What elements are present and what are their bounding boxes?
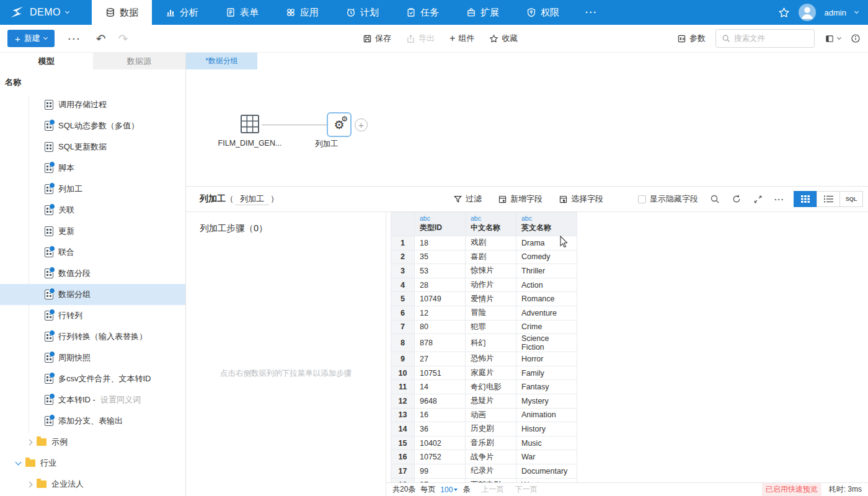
model-icon <box>45 142 53 152</box>
sidebar-model-item[interactable]: 联合 <box>0 242 185 263</box>
toolbar-more-button[interactable]: ··· <box>68 33 81 44</box>
form-icon <box>226 7 236 17</box>
search-fields-button[interactable] <box>710 194 720 204</box>
params-button[interactable]: 参数 <box>677 33 706 44</box>
refresh-button[interactable] <box>732 194 742 204</box>
component-button[interactable]: + 组件 <box>450 33 474 44</box>
file-search-box[interactable] <box>715 29 815 48</box>
table-cell: Animation <box>516 408 577 422</box>
node-name-editable[interactable]: 列加工 <box>235 193 269 205</box>
table-row: 927恐怖片Horror <box>391 352 577 366</box>
database-icon <box>105 7 115 17</box>
sidebar-model-item[interactable]: SQL更新数据 <box>0 136 185 157</box>
panel-more-button[interactable]: ··· <box>774 195 784 204</box>
table-cell: Horror <box>516 352 577 366</box>
tree-item-label: 数值分段 <box>58 268 91 279</box>
search-input[interactable] <box>734 34 802 43</box>
per-page-select[interactable]: 100 <box>440 485 458 494</box>
nav-tab-analysis[interactable]: 分析 <box>152 0 212 25</box>
chevron-down-icon[interactable] <box>854 9 859 14</box>
model-icon-with-badge <box>45 184 53 194</box>
nav-tab-form[interactable]: 表单 <box>212 0 272 25</box>
nav-more-button[interactable]: ··· <box>573 0 610 25</box>
table-view-button[interactable] <box>794 191 817 207</box>
sql-view-button[interactable]: SQL <box>839 191 863 207</box>
chevron-right-icon[interactable] <box>27 481 33 487</box>
nav-tab-schedule[interactable]: 计划 <box>332 0 392 25</box>
sidebar-model-item[interactable]: 文本转ID -设置同义词 <box>0 389 185 410</box>
info-button[interactable] <box>851 33 861 43</box>
model-icon-with-badge <box>45 353 53 363</box>
nav-tab-data[interactable]: 数据 <box>92 0 152 25</box>
nav-tab-extension[interactable]: 扩展 <box>453 0 513 25</box>
table-cell: 喜剧 <box>466 250 516 264</box>
column-header[interactable]: abc 中文名称 <box>466 213 516 236</box>
sidebar-model-item[interactable]: 周期快照 <box>0 347 185 368</box>
nav-tab-apps[interactable]: 应用 <box>272 0 332 25</box>
sidebar-folder-item[interactable]: 企业法人 <box>0 474 185 495</box>
paren-open: （ <box>226 193 234 205</box>
select-field-button[interactable]: 选择字段 <box>559 193 603 205</box>
favorite-button[interactable]: 收藏 <box>489 33 518 44</box>
sidebar-model-item[interactable]: 脚本 <box>0 157 185 179</box>
favorite-star-icon[interactable] <box>778 7 790 19</box>
checkbox-unchecked[interactable] <box>638 195 646 203</box>
show-hidden-fields-toggle[interactable]: 显示隐藏字段 <box>638 193 698 205</box>
tree-item-label: 示例 <box>51 436 68 448</box>
sidebar-model-item[interactable]: 调用存储过程 <box>0 94 185 115</box>
table-cell: Family <box>516 366 577 380</box>
model-icon-with-badge <box>45 247 53 257</box>
column-header[interactable]: abc 类型ID <box>415 213 466 236</box>
sidebar-model-item[interactable]: 添加分支、表输出 <box>0 410 185 432</box>
new-button[interactable]: + 新建 <box>7 30 55 47</box>
expand-button[interactable] <box>753 195 763 204</box>
etl-flow-canvas[interactable]: FILM_DIM_GEN... ⚙ ⚙ 列加工 + <box>186 69 868 186</box>
table-cell: 冒险 <box>466 306 516 320</box>
tree-item-label: 数据分组 <box>58 289 91 300</box>
apps-icon <box>286 7 296 17</box>
sidebar-model-item[interactable]: 行列转换（输入表替换） <box>0 326 185 347</box>
sidebar-tab-model[interactable]: 模型 <box>0 53 93 69</box>
filter-button[interactable]: 过滤 <box>453 193 482 205</box>
sidebar-folder-item[interactable]: 行业 <box>0 453 185 474</box>
chevron-right-icon[interactable] <box>27 439 33 445</box>
sidebar-model-item[interactable]: 多csv文件合并、文本转ID <box>0 368 185 389</box>
sidebar-model-item[interactable]: 更新 <box>0 221 185 242</box>
chevron-down-icon[interactable] <box>16 459 22 466</box>
table-node[interactable] <box>239 113 260 135</box>
column-header[interactable]: abc 英文名称 <box>516 213 577 236</box>
sidebar-model-item[interactable]: SQL动态参数（多值） <box>0 115 185 136</box>
list-view-button[interactable] <box>817 191 840 207</box>
undo-button[interactable]: ↶ <box>96 33 106 45</box>
sidebar-model-item[interactable]: 数据分组 <box>0 284 185 305</box>
add-node-button[interactable]: + <box>355 118 368 131</box>
nav-tab-label: 计划 <box>360 7 379 19</box>
gear-node-selected[interactable]: ⚙ ⚙ <box>327 112 352 137</box>
sidebar-model-item[interactable]: 行转列 <box>0 305 185 326</box>
task-icon <box>406 7 416 17</box>
nav-tab-permission[interactable]: 权限 <box>513 0 573 25</box>
select-field-label: 选择字段 <box>571 193 603 205</box>
add-field-button[interactable]: 新增字段 <box>498 193 542 205</box>
model-icon-with-badge <box>45 374 53 384</box>
table-cell: 戏剧 <box>466 236 516 250</box>
nav-tab-label: 分析 <box>180 7 198 19</box>
sidebar-model-item[interactable]: 关联 <box>0 200 185 221</box>
data-table-scroll[interactable]: abc 类型ID abc 中文名称 abc 英文 <box>386 212 868 482</box>
steps-title: 列加工步骤（0） <box>200 223 386 234</box>
save-label: 保存 <box>375 33 391 44</box>
save-button[interactable]: 保存 <box>363 33 391 44</box>
user-avatar[interactable] <box>799 4 816 21</box>
next-page-button: 下一页 <box>515 484 537 495</box>
sidebar-model-item[interactable]: 列加工 <box>0 179 185 200</box>
table-cell: 动画 <box>466 408 516 422</box>
sidebar-tab-datasource[interactable]: 数据源 <box>93 53 186 69</box>
layout-toggle-button[interactable] <box>825 34 841 43</box>
brand-area[interactable]: DEMO <box>0 0 92 25</box>
username-label[interactable]: admin <box>825 8 846 17</box>
document-tab-datagroup[interactable]: *数据分组 <box>186 53 257 69</box>
tree-item-label: 联合 <box>58 247 74 258</box>
nav-tab-task[interactable]: 任务 <box>392 0 453 25</box>
sidebar-folder-item[interactable]: 示例 <box>0 432 185 453</box>
sidebar-model-item[interactable]: 数值分段 <box>0 263 185 284</box>
